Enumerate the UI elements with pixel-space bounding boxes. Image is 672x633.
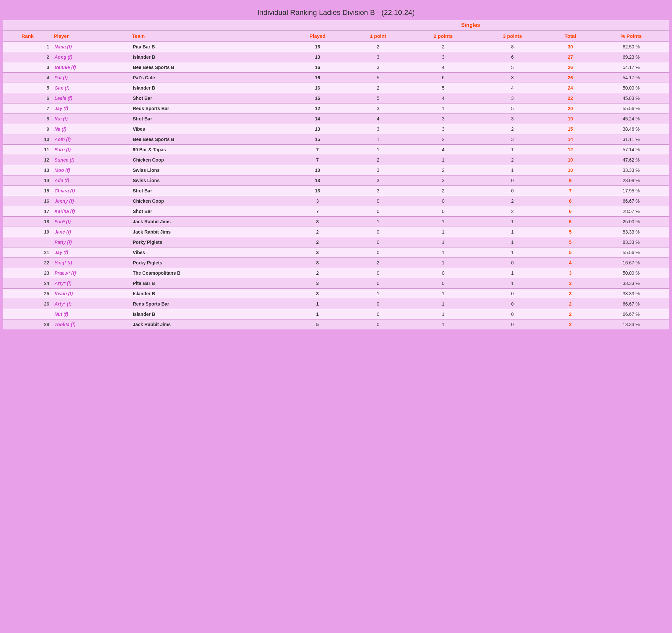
p3-cell: 1 bbox=[478, 227, 547, 237]
pct-cell: 25.00 % bbox=[594, 217, 669, 227]
rank-cell: 11 bbox=[3, 145, 52, 155]
header-3pt: 3 points bbox=[478, 30, 547, 42]
p3-cell: 1 bbox=[478, 145, 547, 155]
total-cell: 27 bbox=[547, 52, 593, 62]
played-cell: 3 bbox=[288, 196, 347, 206]
p1-cell: 3 bbox=[347, 124, 409, 134]
p3-cell: 3 bbox=[478, 73, 547, 83]
pct-cell: 66.67 % bbox=[594, 309, 669, 320]
p3-cell: 0 bbox=[478, 258, 547, 268]
table-row: 13Moo (f)Swiss Lions103211033.33 % bbox=[3, 165, 669, 175]
spacer-header2 bbox=[594, 20, 669, 30]
played-cell: 13 bbox=[288, 175, 347, 186]
p1-cell: 5 bbox=[347, 93, 409, 103]
team-cell: Islander B bbox=[130, 52, 287, 62]
header-played: Played bbox=[288, 30, 347, 42]
p1-cell: 1 bbox=[347, 289, 409, 299]
played-cell: 16 bbox=[288, 73, 347, 83]
singles-row: Singles bbox=[3, 20, 669, 30]
spacer-header bbox=[3, 20, 347, 30]
total-cell: 14 bbox=[547, 134, 593, 145]
player-cell: Jay (f) bbox=[52, 248, 130, 258]
singles-header: Singles bbox=[347, 20, 594, 30]
header-rank: Rank bbox=[3, 30, 52, 42]
pct-cell: 16.67 % bbox=[594, 258, 669, 268]
team-cell: Islander B bbox=[130, 309, 287, 320]
p2-cell: 1 bbox=[409, 289, 478, 299]
player-cell: Fon* (f) bbox=[52, 217, 130, 227]
played-cell: 2 bbox=[288, 227, 347, 237]
table-row: 1Nana (f)Pita Bar B162283062.50 % bbox=[3, 42, 669, 52]
team-cell: Porky Piglets bbox=[130, 258, 287, 268]
p2-cell: 2 bbox=[409, 134, 478, 145]
player-cell: Moo (f) bbox=[52, 165, 130, 175]
table-row: 3Bennie (f)Bee Bees Sports B163452654.17… bbox=[3, 62, 669, 73]
player-cell: Arty* (f) bbox=[52, 299, 130, 309]
p1-cell: 3 bbox=[347, 165, 409, 175]
team-cell: Reds Sports Bar bbox=[130, 299, 287, 309]
player-cell: Pat (f) bbox=[52, 73, 130, 83]
table-row: 11Earn (f)99 Bar & Tapas71411257.14 % bbox=[3, 145, 669, 155]
total-cell: 19 bbox=[547, 114, 593, 124]
played-cell: 1 bbox=[288, 309, 347, 320]
played-cell: 7 bbox=[288, 145, 347, 155]
player-cell: Chiara (f) bbox=[52, 186, 130, 196]
p3-cell: 6 bbox=[478, 52, 547, 62]
total-cell: 20 bbox=[547, 103, 593, 114]
rank-cell: 10 bbox=[3, 134, 52, 145]
p1-cell: 1 bbox=[347, 217, 409, 227]
total-cell: 2 bbox=[547, 309, 593, 320]
played-cell: 16 bbox=[288, 42, 347, 52]
table-row: 16Jenny (f)Chicken Coop3002666.67 % bbox=[3, 196, 669, 206]
rank-cell: 25 bbox=[3, 289, 52, 299]
p2-cell: 3 bbox=[409, 124, 478, 134]
pct-cell: 54.17 % bbox=[594, 62, 669, 73]
pct-cell: 23.08 % bbox=[594, 175, 669, 186]
table-row: 5Gan (f)Islander B162542450.00 % bbox=[3, 83, 669, 93]
p1-cell: 1 bbox=[347, 145, 409, 155]
played-cell: 10 bbox=[288, 165, 347, 175]
total-cell: 24 bbox=[547, 83, 593, 93]
table-row: 15Chiara (f)Shot Bar13320717.95 % bbox=[3, 186, 669, 196]
p2-cell: 4 bbox=[409, 62, 478, 73]
p1-cell: 5 bbox=[347, 73, 409, 83]
player-cell: Ying* (f) bbox=[52, 258, 130, 268]
rank-cell: 23 bbox=[3, 268, 52, 278]
pct-cell: 17.95 % bbox=[594, 186, 669, 196]
team-cell: Islander B bbox=[130, 289, 287, 299]
player-cell: Gan (f) bbox=[52, 83, 130, 93]
pct-cell: 28.57 % bbox=[594, 206, 669, 217]
p2-cell: 5 bbox=[409, 83, 478, 93]
p3-cell: 0 bbox=[478, 299, 547, 309]
p2-cell: 3 bbox=[409, 114, 478, 124]
player-cell: Aong (f) bbox=[52, 52, 130, 62]
played-cell: 5 bbox=[288, 320, 347, 330]
rank-cell bbox=[3, 237, 52, 248]
p1-cell: 0 bbox=[347, 268, 409, 278]
rank-cell: 15 bbox=[3, 186, 52, 196]
total-cell: 10 bbox=[547, 155, 593, 165]
table-row: 6Leela (f)Shot Bar165432245.83 % bbox=[3, 93, 669, 103]
page-title: Individual Ranking Ladies Division B - (… bbox=[3, 3, 669, 20]
p3-cell: 0 bbox=[478, 309, 547, 320]
p2-cell: 1 bbox=[409, 103, 478, 114]
total-cell: 6 bbox=[547, 217, 593, 227]
p1-cell: 2 bbox=[347, 42, 409, 52]
p2-cell: 2 bbox=[409, 186, 478, 196]
rank-cell: 6 bbox=[3, 93, 52, 103]
p2-cell: 1 bbox=[409, 248, 478, 258]
p3-cell: 1 bbox=[478, 248, 547, 258]
table-body: 1Nana (f)Pita Bar B162283062.50 %2Aong (… bbox=[3, 42, 669, 330]
table-row: 10Aom (f)Bee Bees Sports B151231431.11 % bbox=[3, 134, 669, 145]
p3-cell: 5 bbox=[478, 103, 547, 114]
played-cell: 1 bbox=[288, 299, 347, 309]
team-cell: Bee Bees Sports B bbox=[130, 134, 287, 145]
table-row: 8Kai (f)Shot Bar144331945.24 % bbox=[3, 114, 669, 124]
p1-cell: 3 bbox=[347, 52, 409, 62]
player-cell: Leela (f) bbox=[52, 93, 130, 103]
p1-cell: 3 bbox=[347, 186, 409, 196]
team-cell: Chicken Coop bbox=[130, 196, 287, 206]
rank-cell: 16 bbox=[3, 196, 52, 206]
p1-cell: 4 bbox=[347, 114, 409, 124]
header-team: Team bbox=[130, 30, 287, 42]
